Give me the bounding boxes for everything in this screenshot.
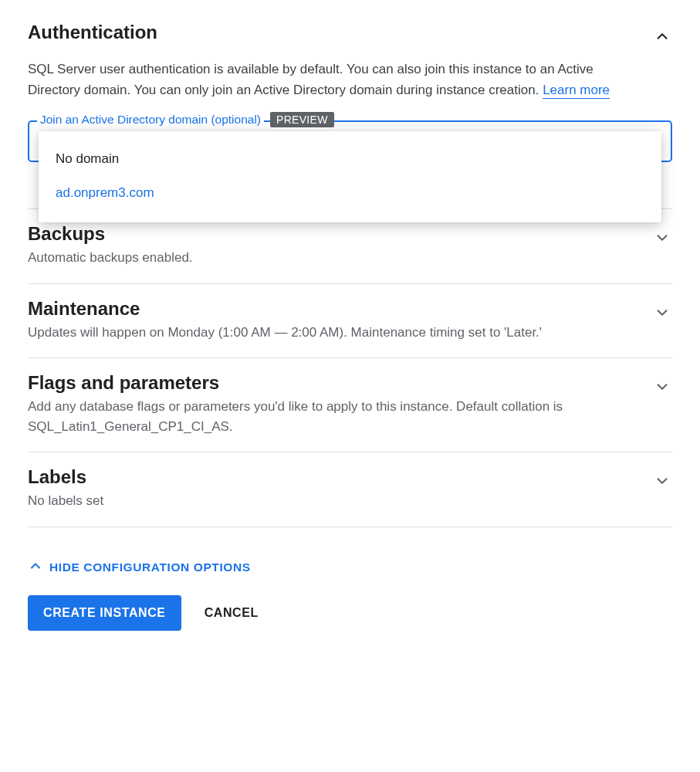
authentication-description: SQL Server user authentication is availa…	[28, 59, 630, 100]
section-subtitle-backups: Automatic backups enabled.	[28, 248, 193, 268]
ad-domain-option-onprem3[interactable]: ad.onprem3.com	[39, 176, 661, 210]
section-title-backups: Backups	[28, 223, 193, 245]
section-title-labels: Labels	[28, 466, 103, 488]
section-authentication: Authentication SQL Server user authentic…	[28, 22, 672, 162]
section-subtitle-flags: Add any database flags or parameters you…	[28, 397, 599, 436]
section-title-flags: Flags and parameters	[28, 372, 599, 394]
section-subtitle-maintenance: Updates will happen on Monday (1:00 AM —…	[28, 323, 542, 343]
chevron-up-icon	[654, 28, 671, 48]
hide-configuration-options-label: HIDE CONFIGURATION OPTIONS	[49, 560, 251, 574]
preview-badge: PREVIEW	[270, 112, 334, 127]
section-header-maintenance[interactable]: Maintenance Updates will happen on Monda…	[28, 298, 672, 343]
ad-domain-dropdown: No domain ad.onprem3.com	[39, 131, 661, 222]
chevron-down-icon	[654, 304, 671, 324]
section-subtitle-labels: No labels set	[28, 491, 103, 511]
ad-domain-field: Join an Active Directory domain (optiona…	[28, 120, 672, 162]
section-maintenance: Maintenance Updates will happen on Monda…	[28, 298, 672, 359]
ad-domain-option-no-domain[interactable]: No domain	[39, 142, 661, 176]
section-header-labels[interactable]: Labels No labels set	[28, 466, 672, 511]
cancel-button[interactable]: CANCEL	[205, 606, 259, 620]
hide-configuration-options-button[interactable]: HIDE CONFIGURATION OPTIONS	[28, 558, 672, 577]
section-labels: Labels No labels set	[28, 466, 672, 527]
section-backups: Backups Automatic backups enabled.	[28, 223, 672, 284]
section-header-flags[interactable]: Flags and parameters Add any database fl…	[28, 372, 672, 436]
chevron-down-icon	[654, 378, 671, 398]
authentication-body-text: SQL Server user authentication is availa…	[28, 62, 593, 97]
create-instance-button[interactable]: CREATE INSTANCE	[28, 595, 181, 631]
footer-buttons: CREATE INSTANCE CANCEL	[28, 595, 672, 631]
section-title-authentication: Authentication	[28, 22, 157, 43]
section-flags-parameters: Flags and parameters Add any database fl…	[28, 372, 672, 452]
section-header-backups[interactable]: Backups Automatic backups enabled.	[28, 223, 672, 268]
section-title-maintenance: Maintenance	[28, 298, 542, 320]
learn-more-link[interactable]: Learn more	[543, 83, 610, 99]
ad-domain-float-label-row: Join an Active Directory domain (optiona…	[37, 112, 334, 127]
chevron-down-icon	[654, 229, 671, 249]
ad-domain-label: Join an Active Directory domain (optiona…	[37, 113, 264, 127]
chevron-down-icon	[654, 472, 671, 493]
chevron-up-icon	[28, 558, 43, 577]
section-header-authentication[interactable]: Authentication	[28, 22, 672, 48]
